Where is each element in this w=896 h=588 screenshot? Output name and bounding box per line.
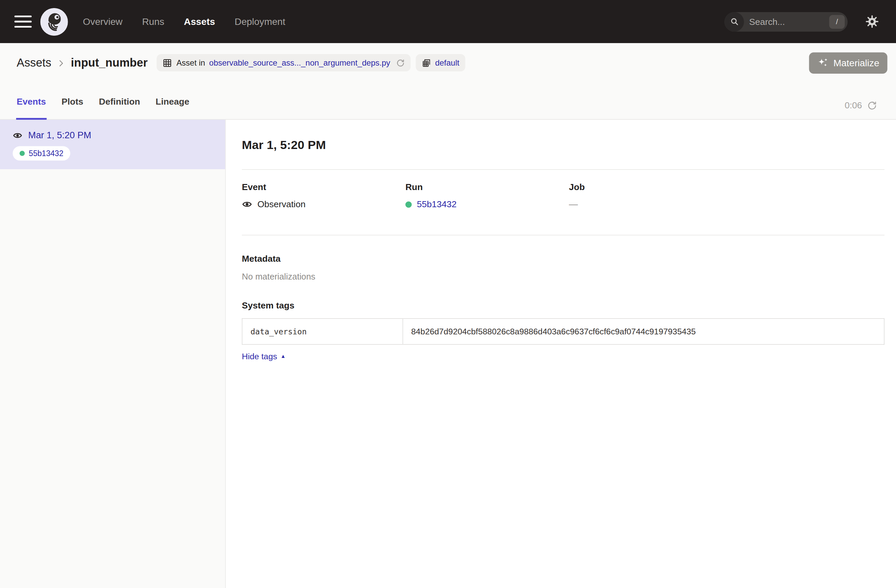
refresh-area: 0:06 [844,100,877,119]
event-list-item[interactable]: Mar 1, 5:20 PM 55b13432 [0,120,225,169]
job-empty-value: — [569,199,578,210]
content: Mar 1, 5:20 PM 55b13432 Mar 1, 5:20 PM E… [0,120,896,588]
menu-icon[interactable] [14,15,32,27]
dagster-octopus-logo-icon[interactable] [40,8,68,35]
nav-item-runs[interactable]: Runs [142,16,164,27]
system-tags-table: data_version 84b26d7d9204cbf588026c8a988… [242,318,885,345]
breadcrumb: Assets input_number Asset in observable_… [0,43,896,73]
search-input[interactable] [744,17,829,27]
tabs-row: Events Plots Definition Lineage 0:06 [0,73,896,120]
tab-events[interactable]: Events [17,97,46,119]
top-nav: Overview Runs Assets Deployment / [0,0,896,43]
hide-tags-link[interactable]: Hide tags ▲ [242,351,286,361]
search-bar[interactable]: / [724,12,847,31]
run-status-dot [20,151,24,156]
metadata-empty-message: No materializations [242,272,885,281]
gear-icon[interactable] [865,14,879,29]
nav-item-deployment[interactable]: Deployment [235,16,285,27]
divider [242,235,885,236]
run-column-label: Run [405,182,569,192]
run-id-pill[interactable]: 55b13432 [13,146,70,161]
table-grid-icon [163,58,172,68]
asset-definition-badge: Asset in observable_source_ass..._non_ar… [157,54,410,71]
tab-plots[interactable]: Plots [62,97,84,119]
job-column-label: Job [569,182,732,192]
reload-icon[interactable] [396,59,405,67]
sparkle-icon [817,57,829,68]
tabs: Events Plots Definition Lineage [17,97,189,119]
tab-definition[interactable]: Definition [99,97,140,119]
tag-value-cell: 84b26d7d9204cbf588026c8a9886d403a6c9637c… [403,319,884,345]
event-detail-panel: Mar 1, 5:20 PM Event Observation Run [226,120,896,588]
system-tags-heading: System tags [242,300,885,311]
eye-icon [13,130,23,140]
tag-key-cell: data_version [242,319,402,345]
page-header: Assets input_number Asset in observable_… [0,43,896,120]
event-summary-row: Event Observation Run 55b13432 [242,182,885,210]
caret-up-icon: ▲ [281,354,286,359]
materialize-button[interactable]: Materialize [809,52,887,73]
event-column-label: Event [242,182,405,192]
tab-lineage[interactable]: Lineage [155,97,189,119]
refresh-icon[interactable] [867,100,877,110]
nav-item-overview[interactable]: Overview [83,16,122,27]
event-type-value: Observation [258,199,306,210]
run-status-dot [405,201,411,208]
table-row: data_version 84b26d7d9204cbf588026c8a988… [242,319,884,345]
metadata-heading: Metadata [242,254,885,264]
dagster-app: Overview Runs Assets Deployment / [0,0,896,588]
nav-right: / [724,12,879,31]
eye-icon [242,199,253,210]
divider [242,169,885,170]
run-id: 55b13432 [29,149,64,158]
event-list-sidebar: Mar 1, 5:20 PM 55b13432 [0,120,226,588]
asset-file-link[interactable]: observable_source_ass..._non_argument_de… [209,58,390,67]
run-id-link[interactable]: 55b13432 [417,199,457,210]
refresh-countdown: 0:06 [844,100,862,111]
repository-default-link[interactable]: default [435,58,459,67]
workspace-grid-icon [421,58,431,68]
page-title: input_number [71,56,148,69]
chevron-right-icon [56,59,66,68]
breadcrumb-assets-link[interactable]: Assets [17,56,52,69]
asset-in-label: Asset in [176,58,205,67]
repository-badge: default [416,54,465,71]
event-timestamp: Mar 1, 5:20 PM [28,130,91,141]
nav-links: Overview Runs Assets Deployment [83,16,285,27]
search-icon [724,12,744,31]
event-detail-title: Mar 1, 5:20 PM [242,138,885,152]
search-shortcut-key: / [829,15,845,29]
nav-item-assets[interactable]: Assets [184,16,215,27]
